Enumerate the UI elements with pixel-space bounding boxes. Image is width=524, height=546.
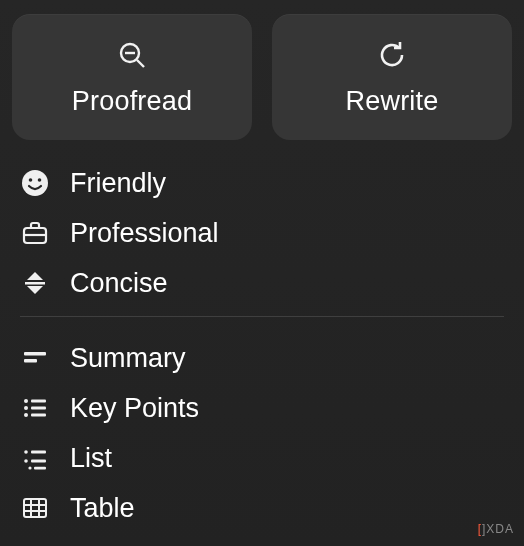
list-item-option[interactable]: List <box>20 433 504 483</box>
rewrite-icon <box>375 38 409 72</box>
concise-label: Concise <box>70 268 168 299</box>
friendly-icon <box>20 168 50 198</box>
svg-point-17 <box>24 413 28 417</box>
svg-point-23 <box>28 466 31 469</box>
svg-rect-14 <box>31 400 46 403</box>
top-card-row: Proofread Rewrite <box>0 0 524 150</box>
keypoints-icon <box>20 393 50 423</box>
list-label: List <box>70 443 112 474</box>
table-icon <box>20 493 50 523</box>
svg-marker-8 <box>27 272 43 280</box>
concise-item[interactable]: Concise <box>20 258 504 308</box>
svg-point-19 <box>24 450 28 454</box>
concise-icon <box>20 268 50 298</box>
svg-rect-24 <box>34 467 46 470</box>
summary-item[interactable]: Summary <box>20 333 504 383</box>
table-item[interactable]: Table <box>20 483 504 533</box>
svg-point-21 <box>24 459 28 463</box>
svg-point-5 <box>38 178 42 182</box>
tone-list: Friendly Professional Concise <box>0 150 524 308</box>
svg-point-13 <box>24 399 28 403</box>
list-icon <box>20 443 50 473</box>
format-list: Summary Key Points List <box>0 325 524 533</box>
friendly-item[interactable]: Friendly <box>20 158 504 208</box>
table-label: Table <box>70 493 135 524</box>
svg-line-1 <box>137 60 144 67</box>
professional-item[interactable]: Professional <box>20 208 504 258</box>
proofread-icon <box>115 38 149 72</box>
rewrite-label: Rewrite <box>346 86 439 117</box>
svg-point-4 <box>29 178 33 182</box>
svg-rect-9 <box>25 282 45 285</box>
svg-rect-25 <box>24 499 46 517</box>
summary-icon <box>20 343 50 373</box>
svg-rect-16 <box>31 407 46 410</box>
watermark-text: XDA <box>486 522 514 536</box>
proofread-card[interactable]: Proofread <box>12 14 252 140</box>
watermark: []XDA <box>478 522 514 536</box>
keypoints-item[interactable]: Key Points <box>20 383 504 433</box>
section-divider <box>20 316 504 317</box>
svg-rect-22 <box>31 460 46 463</box>
rewrite-card[interactable]: Rewrite <box>272 14 512 140</box>
svg-rect-18 <box>31 414 46 417</box>
professional-icon <box>20 218 50 248</box>
friendly-label: Friendly <box>70 168 166 199</box>
keypoints-label: Key Points <box>70 393 199 424</box>
svg-marker-10 <box>27 286 43 294</box>
proofread-label: Proofread <box>72 86 192 117</box>
svg-rect-20 <box>31 451 46 454</box>
svg-rect-12 <box>24 359 37 363</box>
professional-label: Professional <box>70 218 219 249</box>
svg-point-3 <box>22 170 48 196</box>
svg-point-15 <box>24 406 28 410</box>
summary-label: Summary <box>70 343 186 374</box>
svg-rect-11 <box>24 352 46 356</box>
